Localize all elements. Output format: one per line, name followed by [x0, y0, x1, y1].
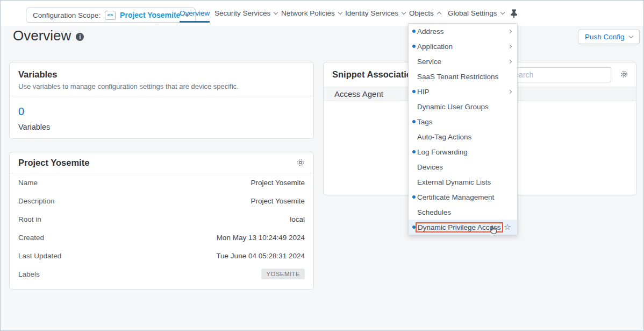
menu-item-external-dynamic-lists[interactable]: External Dynamic Lists	[409, 174, 517, 189]
menu-item-application[interactable]: Application	[409, 39, 517, 54]
search-input[interactable]	[504, 67, 611, 82]
project-card-title: Project Yosemite	[18, 158, 89, 168]
menu-item-hip[interactable]: HIP	[409, 84, 517, 99]
top-nav-bar: Configuration Scope: <> Project Yosemite…	[1, 1, 643, 26]
tab-global-settings[interactable]: Global Settings	[448, 1, 504, 26]
snippet-dot-icon	[412, 90, 416, 93]
snippet-dot-icon	[412, 195, 416, 199]
gear-icon[interactable]	[620, 70, 628, 79]
variables-card: Variables Use variables to manage config…	[9, 62, 314, 139]
star-icon[interactable]: ☆	[504, 223, 511, 231]
app-window: Configuration Scope: <> Project Yosemite…	[0, 0, 644, 331]
menu-item-label: External Dynamic Lists	[417, 178, 491, 186]
menu-item-service[interactable]: Service	[409, 54, 517, 69]
configuration-scope-value: Project Yosemite	[120, 11, 180, 19]
snippet-dot-icon	[412, 120, 416, 123]
row-label: Description	[18, 197, 55, 205]
table-row: Description Project Yosemite	[10, 192, 313, 210]
tab-security-services[interactable]: Security Services	[214, 1, 277, 26]
configuration-scope-label: Configuration Scope:	[33, 11, 101, 19]
menu-item-dynamic-user-groups[interactable]: Dynamic User Groups	[409, 99, 517, 114]
menu-item-label: Devices	[417, 163, 443, 171]
row-label: Name	[18, 179, 38, 187]
menu-item-auto-tag-actions[interactable]: Auto-Tag Actions	[409, 129, 517, 144]
row-value: Project Yosemite	[251, 179, 305, 187]
chevron-right-icon	[508, 29, 512, 33]
snippet-dot-icon	[412, 226, 416, 229]
info-icon[interactable]: i	[76, 33, 84, 41]
tab-network-policies[interactable]: Network Policies	[281, 1, 342, 26]
tab-overview[interactable]: Overview	[180, 1, 210, 26]
tab-label: Objects	[409, 9, 434, 17]
objects-dropdown-menu: Address Application Service SaaS Tenant …	[408, 23, 518, 235]
code-brackets-icon: <>	[105, 11, 116, 20]
row-label: Created	[18, 234, 44, 242]
label-badge: YOSEMITE	[261, 269, 305, 279]
table-row: Created Mon May 13 10:24:49 2024	[10, 228, 313, 247]
menu-item-label: Application	[417, 43, 453, 51]
row-label: Root in	[18, 215, 41, 223]
menu-item-label: Service	[417, 58, 441, 66]
menu-item-label: Log Forwarding	[417, 148, 468, 156]
row-value: Mon May 13 10:24:49 2024	[217, 234, 305, 242]
configuration-scope-selector[interactable]: Configuration Scope: <> Project Yosemite	[26, 8, 196, 23]
tab-label: Global Settings	[448, 9, 497, 17]
row-label: Last Updated	[18, 252, 61, 260]
chevron-up-icon	[437, 12, 441, 16]
menu-item-schedules[interactable]: Schedules	[409, 205, 517, 220]
chevron-down-icon	[628, 34, 633, 38]
table-row: Last Updated Tue June 04 05:28:31 2024	[10, 247, 313, 265]
menu-item-label: Auto-Tag Actions	[417, 133, 471, 141]
menu-item-log-forwarding[interactable]: Log Forwarding	[409, 144, 517, 159]
menu-item-label: Certificate Management	[417, 193, 494, 201]
chevron-right-icon	[508, 89, 512, 93]
table-row: Root in local	[10, 210, 313, 228]
variables-card-description: Use variables to manage configuration se…	[18, 82, 305, 90]
menu-item-label: SaaS Tenant Restrictions	[417, 73, 498, 81]
hand-cursor-icon	[489, 225, 498, 237]
push-config-button[interactable]: Push Config	[578, 30, 640, 44]
menu-item-saas-tenant-restrictions[interactable]: SaaS Tenant Restrictions	[409, 69, 517, 84]
tab-label: Identity Services	[345, 9, 398, 17]
tab-label: Security Services	[214, 9, 270, 17]
snippet-dot-icon	[412, 30, 416, 33]
tab-label: Overview	[180, 9, 210, 17]
menu-item-devices[interactable]: Devices	[409, 159, 517, 174]
variables-card-title: Variables	[18, 69, 305, 80]
page-title: Overview	[13, 27, 71, 44]
gear-icon[interactable]	[296, 158, 305, 167]
row-value: Project Yosemite	[251, 197, 305, 205]
menu-item-label: Tags	[417, 118, 433, 126]
tab-identity-services[interactable]: Identity Services	[345, 1, 405, 26]
menu-item-label: Address	[417, 27, 444, 36]
chevron-down-icon	[338, 10, 342, 15]
snippet-dot-icon	[412, 45, 416, 48]
menu-item-address[interactable]: Address	[409, 24, 517, 39]
row-label: Labels	[18, 270, 40, 278]
menu-item-tags[interactable]: Tags	[409, 114, 517, 129]
row-value: local	[290, 215, 305, 223]
pin-icon[interactable]	[510, 9, 518, 20]
push-config-label: Push Config	[585, 33, 625, 41]
variables-count[interactable]: 0	[18, 105, 305, 118]
menu-item-label: Schedules	[417, 208, 451, 216]
tab-objects[interactable]: Objects	[409, 1, 441, 26]
variables-count-label: Variables	[18, 123, 305, 131]
chevron-right-icon	[508, 44, 512, 48]
tab-label: Network Policies	[281, 9, 335, 17]
menu-item-label: HIP	[417, 88, 430, 96]
chevron-down-icon	[500, 10, 504, 15]
menu-item-dynamic-privilege-access[interactable]: Dynamic Privilege Access ☆	[409, 220, 517, 235]
menu-item-certificate-management[interactable]: Certificate Management	[409, 189, 517, 205]
chevron-down-icon	[274, 10, 278, 15]
row-value: Tue June 04 05:28:31 2024	[216, 252, 305, 260]
chevron-down-icon	[402, 10, 406, 15]
project-details-card: Project Yosemite Name Project Yosemite D…	[9, 152, 314, 290]
menu-item-label: Dynamic User Groups	[417, 103, 489, 111]
table-row: Name Project Yosemite	[10, 173, 313, 192]
table-row: Labels YOSEMITE	[10, 265, 313, 283]
chevron-right-icon	[508, 59, 512, 63]
snippet-dot-icon	[412, 150, 416, 153]
